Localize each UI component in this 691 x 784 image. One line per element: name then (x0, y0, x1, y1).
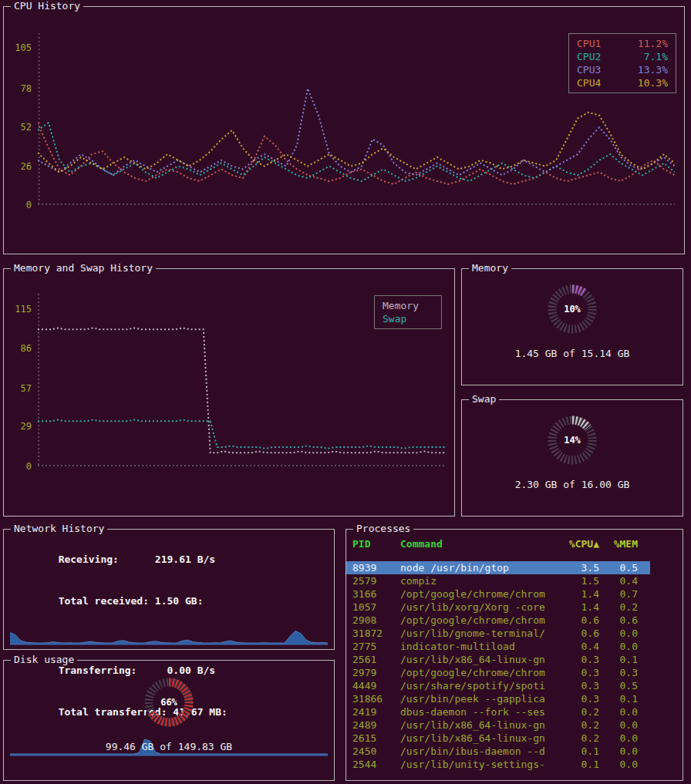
cpu2-legend-label: CPU2 (577, 50, 601, 63)
process-row[interactable]: 1057/usr/lib/xorg/Xorg -core1.40.2 (346, 601, 650, 614)
cpu4-legend-value: 10.3% (638, 76, 668, 89)
cpu4-legend-label: CPU4 (577, 76, 601, 89)
process-command: /usr/bin/peek --gapplica (400, 692, 565, 705)
process-cpu: 0.2 (565, 732, 599, 745)
memory-legend-item: Memory (383, 299, 433, 312)
process-row[interactable]: 2489/usr/lib/x86_64-linux-gn0.20.0 (346, 718, 650, 732)
column-header-command[interactable]: Command (400, 537, 565, 550)
memory-legend-label: Memory (383, 299, 419, 312)
process-cpu: 1.5 (565, 574, 599, 587)
process-cpu: 0.4 (565, 640, 599, 653)
process-row[interactable]: 4449/usr/share/spotify/spoti0.30.5 (346, 679, 650, 692)
column-header-cpu[interactable]: %CPU▲ (565, 537, 599, 550)
process-row[interactable]: 2908/opt/google/chrome/chrom0.60.6 (346, 614, 650, 627)
y-axis-tick: 115 (15, 305, 32, 314)
y-axis-tick: 0 (26, 462, 32, 471)
process-row[interactable]: 2615/usr/lib/x86_64-linux-gn0.20.0 (346, 732, 650, 745)
process-cpu: 0.3 (565, 666, 599, 679)
process-row[interactable]: 2979/opt/google/chrome/chrom0.30.3 (346, 666, 650, 679)
process-row[interactable]: 31872/usr/lib/gnome-terminal/0.60.0 (346, 627, 650, 640)
memory-usage-text: 1.45 GB of 15.14 GB (515, 348, 630, 359)
process-pid: 2615 (352, 732, 400, 745)
memory-title: Memory (469, 262, 511, 274)
process-mem: 0.1 (599, 692, 638, 705)
process-pid: 4449 (352, 679, 400, 692)
processes-title: Processes (353, 523, 413, 535)
cpu1-legend-label: CPU1 (577, 37, 601, 50)
column-header-mem[interactable]: %MEM (599, 537, 638, 550)
process-cpu: 1.4 (565, 587, 599, 601)
process-command: dbus-daemon --fork --ses (400, 705, 565, 718)
process-mem: 0.4 (599, 574, 638, 587)
process-cpu: 0.1 (565, 758, 599, 771)
cpu-legend-item: CPU1 11.2% (577, 37, 668, 50)
process-mem: 0.6 (599, 614, 638, 627)
process-cpu: 0.3 (565, 692, 599, 705)
process-mem: 0.5 (599, 679, 638, 692)
process-command: /usr/lib/x86_64-linux-gn (400, 653, 565, 666)
process-mem: 0.7 (599, 587, 638, 601)
process-row[interactable]: 2419dbus-daemon --fork --ses0.20.0 (346, 705, 650, 718)
cpu-legend-item: CPU4 10.3% (577, 76, 668, 89)
process-cpu: 0.6 (565, 614, 599, 627)
memory-donut-chart: 10% (541, 278, 603, 340)
y-axis-tick: 57 (21, 384, 32, 393)
y-axis-tick: 52 (21, 123, 32, 132)
column-header-pid[interactable]: PID (352, 537, 400, 550)
process-mem: 0.0 (599, 627, 638, 640)
process-row[interactable]: 2544/usr/lib/unity-settings-0.10.0 (346, 758, 650, 771)
swap-usage-text: 2.30 GB of 16.00 GB (515, 479, 630, 490)
process-pid: 1057 (352, 601, 400, 614)
process-pid: 31872 (352, 627, 400, 640)
process-command: node /usr/bin/gtop (400, 561, 565, 574)
process-cpu: 0.2 (565, 718, 599, 732)
process-row[interactable]: 2450/usr/bin/ibus-daemon --d0.10.0 (346, 745, 650, 758)
y-axis-tick: 29 (21, 422, 32, 431)
memory-swap-y-axis: 1158657290 (8, 294, 33, 466)
process-cpu: 0.1 (565, 745, 599, 758)
process-command: /usr/bin/ibus-daemon --d (400, 745, 565, 758)
process-mem: 0.1 (599, 653, 638, 666)
memory-percent: 10% (541, 278, 603, 340)
disk-usage-text: 99.46 GB of 149.83 GB (106, 741, 232, 752)
cpu-legend-item: CPU3 13.3% (577, 63, 668, 76)
process-row[interactable]: 2579compiz1.50.4 (346, 574, 650, 587)
cpu1-legend-value: 11.2% (638, 37, 668, 50)
receiving-sparkline (10, 624, 328, 645)
process-command: /opt/google/chrome/chrom (400, 587, 565, 601)
process-pid: 2979 (352, 666, 400, 679)
process-row[interactable]: 3166/opt/google/chrome/chrom1.40.7 (346, 587, 650, 601)
process-mem: 0.0 (599, 745, 638, 758)
process-command: indicator-multiload (400, 640, 565, 653)
swap-legend-label: Swap (383, 312, 406, 325)
process-mem: 0.0 (599, 640, 638, 653)
process-command: compiz (400, 574, 565, 587)
process-pid: 2579 (352, 574, 400, 587)
memory-swap-legend: Memory Swap (374, 295, 442, 329)
process-pid: 2450 (352, 745, 400, 758)
process-pid: 2561 (352, 653, 400, 666)
network-history-title: Network History (11, 523, 107, 535)
swap-legend-item: Swap (383, 312, 433, 325)
process-command: /usr/lib/xorg/Xorg -core (400, 601, 565, 614)
process-command: /usr/lib/x86_64-linux-gn (400, 718, 565, 732)
process-pid: 2775 (352, 640, 400, 653)
gtop-dashboard: CPU History 1057852260 CPU1 11.2% CPU2 7… (0, 0, 691, 784)
process-row[interactable]: 31866/usr/bin/peek --gapplica0.30.1 (346, 692, 650, 705)
process-row[interactable]: 2561/usr/lib/x86_64-linux-gn0.30.1 (346, 653, 650, 666)
cpu2-legend-value: 7.1% (644, 50, 668, 63)
swap-percent: 14% (541, 409, 603, 471)
process-pid: 2908 (352, 614, 400, 627)
cpu-history-title: CPU History (11, 0, 83, 12)
process-pid: 2489 (352, 718, 400, 732)
swap-title: Swap (469, 393, 499, 405)
process-command: /opt/google/chrome/chrom (400, 666, 565, 679)
total-received-line: Total received: 1.50 GB: (10, 580, 328, 622)
disk-donut-chart: 66% (138, 671, 200, 733)
total-received-label: Total received: (59, 595, 155, 607)
process-row[interactable]: 8939node /usr/bin/gtop3.50.5 (346, 561, 650, 574)
process-mem: 0.0 (599, 758, 638, 771)
process-mem: 0.5 (599, 561, 638, 574)
process-pid: 3166 (352, 587, 400, 601)
process-row[interactable]: 2775indicator-multiload0.40.0 (346, 640, 650, 653)
